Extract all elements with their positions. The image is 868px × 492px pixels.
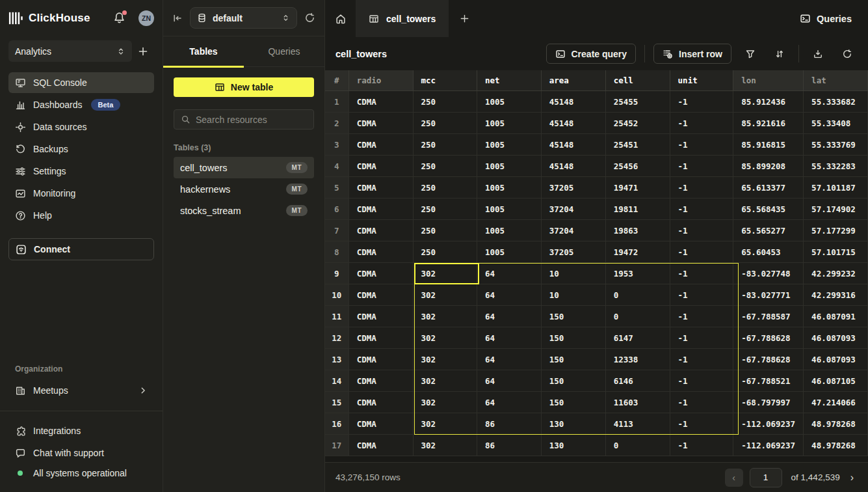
grid-cell[interactable]: -1	[670, 306, 734, 327]
grid-cell[interactable]: 64	[477, 327, 542, 349]
grid-cell[interactable]: 1005	[477, 113, 542, 134]
grid-cell[interactable]: CDMA	[349, 91, 414, 113]
grid-cell[interactable]: 57.177299	[804, 220, 868, 241]
row-number[interactable]: 14	[325, 370, 349, 392]
panel-tab-queries[interactable]: Queries	[244, 36, 324, 66]
grid-cell[interactable]: 302	[414, 263, 477, 284]
grid-cell[interactable]: 0	[606, 284, 670, 306]
sidebar-item-settings[interactable]: Settings	[8, 161, 154, 182]
column-header-cell[interactable]: cell	[606, 70, 670, 91]
row-number[interactable]: 6	[325, 198, 349, 220]
sidebar-item-data-sources[interactable]: Data sources	[8, 116, 154, 137]
system-status[interactable]: All systems operational	[8, 463, 154, 483]
grid-cell[interactable]: CDMA	[349, 113, 414, 134]
row-number[interactable]: 5	[325, 177, 349, 198]
grid-cell[interactable]: 150	[542, 392, 606, 413]
grid-cell[interactable]: -1	[670, 177, 734, 198]
row-number[interactable]: 11	[325, 306, 349, 327]
grid-cell[interactable]: 25451	[606, 134, 670, 156]
column-header-index[interactable]: #	[325, 70, 349, 91]
refresh-resources-icon[interactable]	[304, 12, 315, 23]
grid-cell[interactable]: CDMA	[349, 263, 414, 284]
grid-cell[interactable]: -112.069237	[733, 435, 804, 456]
grid-cell[interactable]: 1005	[477, 198, 542, 220]
column-header-lon[interactable]: lon	[733, 70, 804, 91]
grid-cell[interactable]: 1953	[606, 263, 670, 284]
grid-cell[interactable]: CDMA	[349, 220, 414, 241]
grid-cell[interactable]: 302	[414, 370, 477, 392]
row-number[interactable]: 2	[325, 113, 349, 134]
grid-cell[interactable]: 37205	[542, 241, 606, 263]
grid-cell[interactable]: 64	[477, 349, 542, 370]
grid-cell[interactable]: -1	[670, 392, 734, 413]
grid-cell[interactable]: 302	[414, 413, 477, 435]
grid-cell[interactable]: 48.978268	[804, 413, 868, 435]
grid-cell[interactable]: 150	[542, 370, 606, 392]
grid-cell[interactable]: 42.299232	[804, 263, 868, 284]
grid-cell[interactable]: 302	[414, 327, 477, 349]
grid-cell[interactable]: 19472	[606, 241, 670, 263]
grid-cell[interactable]: 1005	[477, 220, 542, 241]
grid-cell[interactable]: 0	[606, 435, 670, 456]
grid-cell[interactable]: 64	[477, 284, 542, 306]
grid-cell[interactable]: 1005	[477, 241, 542, 263]
sidebar-item-meetups[interactable]: Meetups	[8, 380, 154, 401]
grid-cell[interactable]: 1005	[477, 134, 542, 156]
row-number[interactable]: 10	[325, 284, 349, 306]
grid-cell[interactable]: -67.788628	[733, 327, 804, 349]
grid-cell[interactable]: 250	[414, 241, 477, 263]
grid-cell[interactable]: 45148	[542, 91, 606, 113]
grid-cell[interactable]: CDMA	[349, 349, 414, 370]
add-workspace-button[interactable]	[132, 46, 154, 57]
grid-cell[interactable]: -67.788521	[733, 370, 804, 392]
grid-cell[interactable]: 46.087093	[804, 349, 868, 370]
grid-cell[interactable]: CDMA	[349, 327, 414, 349]
panel-tab-tables[interactable]: Tables	[163, 36, 244, 66]
grid-cell[interactable]: CDMA	[349, 435, 414, 456]
grid-cell[interactable]: 85.899208	[733, 156, 804, 177]
grid-cell[interactable]: 130	[542, 435, 606, 456]
grid-cell[interactable]: 150	[542, 349, 606, 370]
previous-page-button[interactable]: ‹	[725, 469, 743, 487]
grid-cell[interactable]: 64	[477, 306, 542, 327]
grid-cell[interactable]: CDMA	[349, 241, 414, 263]
sidebar-item-chat-with-support[interactable]: Chat with support	[8, 443, 154, 463]
grid-cell[interactable]: -1	[670, 327, 734, 349]
grid-cell[interactable]: -68.797997	[733, 392, 804, 413]
grid-cell[interactable]: -1	[670, 413, 734, 435]
queries-top-button[interactable]: Queries	[783, 0, 868, 37]
grid-cell[interactable]: 302	[414, 349, 477, 370]
row-number[interactable]: 15	[325, 392, 349, 413]
grid-cell[interactable]: 37204	[542, 198, 606, 220]
grid-cell[interactable]: 1005	[477, 177, 542, 198]
tab-cell-towers[interactable]: cell_towers	[356, 0, 449, 37]
grid-cell[interactable]: 55.333682	[804, 91, 868, 113]
grid-cell[interactable]: 86	[477, 435, 542, 456]
grid-cell[interactable]: 302	[414, 306, 477, 327]
grid-cell[interactable]: 250	[414, 134, 477, 156]
sidebar-item-help[interactable]: Help	[8, 205, 154, 226]
grid-cell[interactable]: -1	[670, 284, 734, 306]
grid-cell[interactable]: 65.60453	[733, 241, 804, 263]
grid-cell[interactable]: -1	[670, 241, 734, 263]
grid-cell[interactable]: 130	[542, 413, 606, 435]
grid-cell[interactable]: 150	[542, 306, 606, 327]
download-button[interactable]	[808, 44, 828, 64]
column-header-net[interactable]: net	[477, 70, 542, 91]
search-input[interactable]	[196, 115, 307, 125]
grid-cell[interactable]: CDMA	[349, 134, 414, 156]
grid-cell[interactable]: 4113	[606, 413, 670, 435]
grid-cell[interactable]: 302	[414, 435, 477, 456]
grid-cell[interactable]: 45148	[542, 134, 606, 156]
grid-cell[interactable]: CDMA	[349, 413, 414, 435]
row-number[interactable]: 7	[325, 220, 349, 241]
grid-cell[interactable]: -112.069237	[733, 413, 804, 435]
grid-cell[interactable]: -1	[670, 198, 734, 220]
row-number[interactable]: 1	[325, 91, 349, 113]
grid-cell[interactable]: CDMA	[349, 177, 414, 198]
row-number[interactable]: 4	[325, 156, 349, 177]
grid-cell[interactable]: -83.027771	[733, 284, 804, 306]
grid-cell[interactable]: 1005	[477, 156, 542, 177]
grid-cell[interactable]: 65.613377	[733, 177, 804, 198]
grid-cell[interactable]: CDMA	[349, 392, 414, 413]
